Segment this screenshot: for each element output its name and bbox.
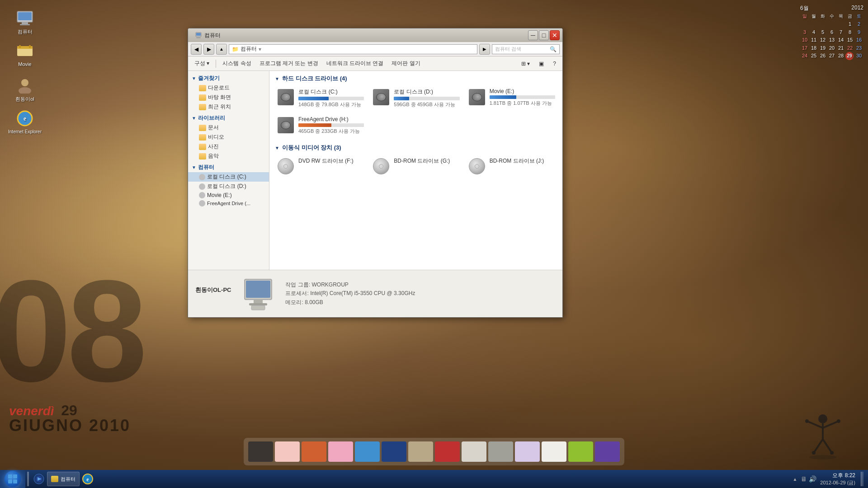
removable-header[interactable]: ▼ 이동식 미디어 장치 (3) bbox=[275, 144, 557, 152]
dock-item-4[interactable] bbox=[328, 441, 353, 462]
nav-item-e-drive[interactable]: Movie (E:) bbox=[188, 191, 269, 199]
nav-item-d-drive[interactable]: 로컬 디스크 (D:) bbox=[188, 182, 269, 191]
cal-cell[interactable]: 11 bbox=[809, 36, 818, 44]
search-box[interactable]: 컴퓨터 검색 🔍 bbox=[492, 44, 560, 54]
cal-cell[interactable]: 17 bbox=[800, 44, 809, 52]
nav-item-downloads[interactable]: 다운로드 bbox=[188, 83, 269, 93]
tray-network-icon[interactable]: 🖥 bbox=[801, 475, 807, 483]
close-button[interactable]: ✕ bbox=[550, 30, 560, 40]
cal-cell[interactable]: 1 bbox=[845, 20, 854, 28]
desktop-icon-ie[interactable]: e Internet Explorer bbox=[7, 109, 43, 135]
dock-item-9[interactable] bbox=[462, 441, 486, 462]
nav-item-documents[interactable]: 문서 bbox=[188, 123, 269, 132]
dock-item-3[interactable] bbox=[302, 441, 326, 462]
nav-item-recent[interactable]: 최근 위치 bbox=[188, 102, 269, 112]
cal-cell[interactable]: 16 bbox=[854, 36, 863, 44]
maximize-button[interactable]: □ bbox=[539, 30, 549, 40]
nav-item-desktop[interactable]: 바탕 화면 bbox=[188, 93, 269, 102]
map-drive-button[interactable]: 네트워크 드라이브 연결 bbox=[323, 58, 387, 69]
drive-c[interactable]: 로컬 디스크 (C:) 148GB 중 79.8GB 사용 가능 bbox=[275, 86, 366, 110]
dock-item-8[interactable] bbox=[435, 441, 460, 462]
drive-g[interactable]: BD-ROM 드라이브 (G:) bbox=[370, 155, 461, 177]
cal-cell[interactable]: 24 bbox=[800, 52, 809, 60]
system-properties-button[interactable]: 시스템 속성 bbox=[219, 58, 255, 69]
address-go-button[interactable]: ▶ bbox=[479, 44, 490, 55]
drive-d[interactable]: 로컬 디스크 (D:) 596GB 중 459GB 사용 가능 bbox=[370, 86, 461, 110]
cal-cell[interactable]: 3 bbox=[800, 28, 809, 37]
tray-show-hidden[interactable]: ▲ bbox=[793, 477, 797, 482]
view-options-button[interactable]: ⊞ ▾ bbox=[518, 58, 533, 69]
nav-item-c-drive[interactable]: 로컬 디스크 (C:) bbox=[188, 172, 269, 182]
start-button[interactable] bbox=[0, 470, 25, 488]
cal-cell[interactable]: 28 bbox=[836, 52, 845, 60]
cal-cell[interactable]: 25 bbox=[809, 52, 818, 60]
cal-cell[interactable]: 15 bbox=[845, 36, 854, 44]
favorites-header[interactable]: ▼ 즐겨찾기 bbox=[188, 74, 269, 83]
nav-item-photos[interactable]: 사진 bbox=[188, 142, 269, 151]
cal-cell[interactable]: 14 bbox=[836, 36, 845, 44]
drive-j[interactable]: BD-ROM 드라이브 (J:) bbox=[466, 155, 557, 177]
cal-cell[interactable]: 27 bbox=[827, 52, 836, 60]
cal-cell[interactable]: 19 bbox=[818, 44, 827, 52]
cal-cell[interactable]: 9 bbox=[854, 28, 863, 37]
dock-item-2[interactable] bbox=[275, 441, 300, 462]
drive-e[interactable]: Movie (E:) 1.81TB 중 1.07TB 사용 가능 bbox=[466, 86, 557, 110]
nav-item-music[interactable]: 음악 bbox=[188, 151, 269, 161]
uninstall-button[interactable]: 프로그램 제거 또는 변경 bbox=[256, 58, 322, 69]
taskbar-clock[interactable]: 오후 8:22 2012-06-29 (금) bbox=[820, 472, 855, 486]
cal-cell[interactable]: 20 bbox=[827, 44, 836, 52]
tray-volume-icon[interactable]: 🔊 bbox=[809, 475, 816, 483]
cal-today[interactable]: 29 bbox=[845, 52, 854, 60]
dock-item-10[interactable] bbox=[488, 441, 513, 462]
show-desktop-button[interactable] bbox=[27, 472, 29, 486]
help-button[interactable]: ? bbox=[549, 58, 560, 69]
dock-item-11[interactable] bbox=[515, 441, 540, 462]
hard-disks-header[interactable]: ▼ 하드 디스크 드라이브 (4) bbox=[275, 75, 557, 83]
cal-cell[interactable]: 5 bbox=[818, 28, 827, 37]
dock-item-12[interactable] bbox=[542, 441, 566, 462]
desktop-icon-movie[interactable]: Movie bbox=[7, 42, 43, 67]
cal-cell[interactable]: 7 bbox=[836, 28, 845, 37]
cal-cell[interactable]: 10 bbox=[800, 36, 809, 44]
cal-cell[interactable]: 2 bbox=[854, 20, 863, 28]
back-button[interactable]: ◀ bbox=[191, 44, 202, 55]
cal-cell[interactable]: 8 bbox=[845, 28, 854, 37]
cal-cell[interactable] bbox=[800, 20, 809, 28]
drive-f[interactable]: DVD RW 드라이브 (F:) bbox=[275, 155, 366, 177]
dock-item-1[interactable] bbox=[248, 441, 273, 462]
forward-button[interactable]: ▶ bbox=[203, 44, 214, 55]
ie-taskbar-button[interactable]: e bbox=[80, 472, 95, 486]
details-pane-button[interactable]: ▣ bbox=[535, 58, 547, 69]
cal-cell[interactable]: 12 bbox=[818, 36, 827, 44]
minimize-button[interactable]: ─ bbox=[528, 30, 538, 40]
address-path[interactable]: 📁 컴퓨터 ▾ bbox=[229, 44, 477, 54]
cal-cell[interactable]: 26 bbox=[818, 52, 827, 60]
dock-item-7[interactable] bbox=[408, 441, 433, 462]
cal-cell[interactable]: 13 bbox=[827, 36, 836, 44]
cal-cell[interactable]: 22 bbox=[845, 44, 854, 52]
cal-cell[interactable]: 30 bbox=[854, 52, 863, 60]
nav-item-h-drive[interactable]: FreeAgent Drive (... bbox=[188, 199, 269, 207]
library-header[interactable]: ▼ 라이브러리 bbox=[188, 113, 269, 123]
wmp-taskbar-button[interactable] bbox=[32, 472, 46, 486]
nav-item-videos[interactable]: 비디오 bbox=[188, 132, 269, 142]
computer-header[interactable]: ▼ 컴퓨터 bbox=[188, 163, 269, 172]
cal-cell[interactable] bbox=[827, 20, 836, 28]
explorer-taskbar-button[interactable]: 컴퓨터 bbox=[47, 472, 80, 486]
up-button[interactable]: ▲ bbox=[216, 44, 227, 55]
organize-button[interactable]: 구성 ▾ bbox=[191, 58, 213, 69]
cal-cell[interactable] bbox=[818, 20, 827, 28]
cal-cell[interactable] bbox=[809, 20, 818, 28]
dock-item-6[interactable] bbox=[382, 441, 406, 462]
drive-h[interactable]: FreeAgent Drive (H:) 465GB 중 233GB 사용 가능 bbox=[275, 114, 366, 136]
cal-cell[interactable]: 4 bbox=[809, 28, 818, 37]
dock-item-13[interactable] bbox=[568, 441, 593, 462]
cal-cell[interactable]: 21 bbox=[836, 44, 845, 52]
cal-cell[interactable] bbox=[836, 20, 845, 28]
start-orb[interactable] bbox=[5, 471, 21, 487]
show-desktop-strip[interactable] bbox=[861, 472, 863, 486]
dock-item-14[interactable] bbox=[595, 441, 620, 462]
control-panel-button[interactable]: 제어판 열기 bbox=[388, 58, 424, 69]
dock-item-5[interactable] bbox=[355, 441, 380, 462]
desktop-icon-user[interactable]: 흰동이ol bbox=[7, 76, 43, 102]
